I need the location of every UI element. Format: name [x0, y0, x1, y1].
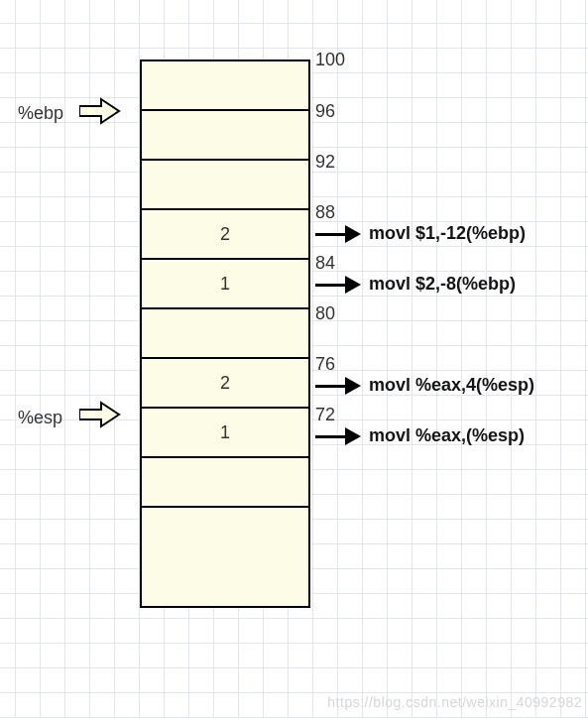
- arrow-right-icon: [315, 225, 361, 243]
- stack-value: 1: [220, 422, 230, 443]
- stack-slot-92-88: [142, 161, 308, 210]
- address-label: 100: [315, 50, 345, 70]
- stack-slot-72-68: 1: [142, 409, 308, 458]
- stack-slot-76-72: 2: [142, 359, 308, 409]
- esp-label: %esp: [18, 408, 62, 428]
- stack-slot-100-96: [142, 61, 308, 111]
- svg-marker-1: [79, 403, 119, 426]
- stack-frame: 2 1 2 1: [140, 60, 310, 608]
- instruction-label: movl %eax,(%esp): [369, 425, 525, 446]
- address-label: 84: [315, 253, 335, 274]
- address-label: 88: [315, 202, 335, 223]
- stack-value: 2: [220, 224, 230, 245]
- arrow-right-icon: [315, 427, 361, 445]
- ebp-arrow-icon: [79, 97, 121, 125]
- arrow-right-icon: [315, 276, 361, 294]
- stack-slot-80-76: [142, 309, 308, 359]
- stack-slot-below-1: [142, 458, 308, 508]
- instruction-label: movl %eax,4(%esp): [369, 375, 534, 396]
- stack-value: 1: [220, 274, 230, 295]
- address-label: 72: [315, 405, 335, 425]
- watermark: https://blog.csdn.net/weixin_40992982: [327, 694, 582, 710]
- stack-slot-88-84: 2: [142, 210, 308, 260]
- esp-arrow-icon: [79, 401, 121, 428]
- stack-slot-84-80: 1: [142, 260, 308, 309]
- ebp-label: %ebp: [18, 103, 63, 124]
- arrow-right-icon: [315, 377, 361, 395]
- stack-value: 2: [220, 373, 230, 394]
- address-label: 80: [315, 303, 335, 324]
- address-label: 96: [315, 101, 335, 122]
- svg-marker-0: [79, 99, 119, 123]
- stack-slot-96-92: [142, 111, 308, 161]
- address-label: 92: [315, 152, 335, 173]
- address-label: 76: [315, 354, 335, 375]
- diagram-canvas: 2 1 2 1 100 96 92 88 84 80 76 72 %ebp %e…: [0, 0, 588, 718]
- instruction-label: movl $1,-12(%ebp): [369, 223, 526, 244]
- instruction-label: movl $2,-8(%ebp): [369, 274, 516, 295]
- stack-slot-below-2: [142, 508, 308, 606]
